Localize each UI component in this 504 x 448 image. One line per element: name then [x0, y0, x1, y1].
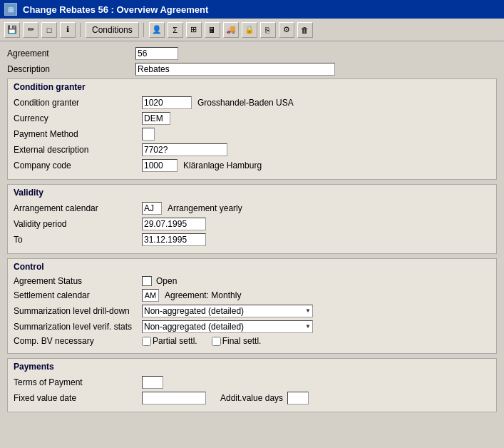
addit-label: Addit.value days: [220, 393, 283, 403]
status-text: Open: [156, 276, 177, 286]
info-button[interactable]: ℹ: [60, 22, 76, 38]
person-button[interactable]: 👤: [149, 22, 165, 38]
conditions-button[interactable]: Conditions: [86, 22, 139, 38]
window-icon: □: [47, 26, 52, 34]
edit-button[interactable]: ✏: [23, 22, 38, 38]
period-label: Validity period: [14, 219, 142, 229]
sigma-icon: Σ: [173, 26, 178, 34]
lock-button[interactable]: 🔒: [242, 22, 257, 38]
grid-icon: ⊞: [190, 25, 197, 34]
summ-drill-row: Summarization level drill-down Non-aggre…: [14, 305, 490, 317]
control-title: Control: [14, 262, 490, 273]
period-input[interactable]: [142, 218, 206, 230]
terms-label: Terms of Payment: [14, 377, 142, 387]
settlement-code: AM: [142, 289, 159, 302]
main-content: Agreement Description Condition granter …: [0, 41, 504, 422]
payments-title: Payments: [14, 362, 490, 373]
agreement-row: Agreement: [7, 47, 497, 60]
company-row: Company code Kläranlage Hamburg: [14, 159, 490, 172]
settings-icon: ⚙: [283, 25, 290, 34]
window-button[interactable]: □: [41, 22, 57, 38]
separator-2: [143, 23, 145, 37]
summ-verif-label: Summarization level verif. stats: [14, 322, 142, 332]
calendar-code-input[interactable]: [142, 202, 162, 215]
fixed-date-row: Fixed value date Addit.value days: [14, 392, 490, 404]
summ-verif-row: Summarization level verif. stats Non-agg…: [14, 320, 490, 333]
sigma-button[interactable]: Σ: [168, 22, 183, 38]
description-input[interactable]: [135, 63, 335, 76]
settings-button[interactable]: ⚙: [279, 22, 294, 38]
calendar-row: Arrangement calendar Arrangement yearly: [14, 202, 490, 215]
grid-button[interactable]: ⊞: [186, 22, 202, 38]
save-icon: 💾: [7, 25, 17, 34]
to-label: To: [14, 235, 142, 245]
company-input[interactable]: [142, 159, 178, 172]
payment-input[interactable]: [142, 128, 155, 141]
control-section: Control Agreement Status Open Settlement…: [7, 258, 497, 354]
currency-input[interactable]: [142, 112, 170, 125]
info-icon: ℹ: [66, 25, 69, 34]
payment-label: Payment Method: [14, 129, 142, 139]
calendar-name: Arrangement yearly: [168, 203, 242, 213]
separator-1: [80, 23, 81, 37]
summ-verif-select[interactable]: Non-aggregated (detailed) Aggregated: [142, 320, 313, 333]
description-row: Description: [7, 63, 497, 76]
to-row: To: [14, 233, 490, 246]
partial-label: Partial settl.: [153, 336, 197, 346]
terms-input[interactable]: [142, 376, 163, 389]
delete-button[interactable]: 🗑: [297, 22, 313, 38]
ext-desc-input[interactable]: [142, 143, 227, 156]
copy-button[interactable]: ⎘: [260, 22, 276, 38]
comp-bv-row: Comp. BV necessary Partial settl. Final …: [14, 336, 490, 346]
company-name: Kläranlage Hamburg: [183, 161, 262, 170]
comp-bv-label: Comp. BV necessary: [14, 336, 142, 346]
summ-drill-label: Summarization level drill-down: [14, 306, 142, 316]
toolbar: 💾 ✏ □ ℹ Conditions 👤 Σ ⊞ 🖩 🚚 🔒 ⎘ ⚙ 🗑: [0, 19, 504, 41]
settlement-row: Settlement calendar AM Agreement: Monthl…: [14, 289, 490, 302]
validity-section: Validity Arrangement calendar Arrangemen…: [7, 184, 497, 254]
final-label: Final settl.: [222, 336, 262, 346]
calendar-label: Arrangement calendar: [14, 203, 142, 213]
granter-name: Grosshandel-Baden USA: [197, 98, 294, 108]
terms-row: Terms of Payment: [14, 376, 490, 389]
agreement-label: Agreement: [7, 49, 135, 58]
granter-label: Condition granter: [14, 98, 142, 108]
granter-input[interactable]: [142, 96, 192, 109]
payment-method-row: Payment Method: [14, 128, 490, 141]
summ-drill-select[interactable]: Non-aggregated (detailed) Aggregated: [142, 305, 313, 317]
condition-granter-section: Condition granter Condition granter Gros…: [7, 78, 497, 180]
company-label: Company code: [14, 161, 142, 170]
summ-drill-wrapper: Non-aggregated (detailed) Aggregated: [142, 305, 313, 317]
fixed-date-input[interactable]: [142, 392, 206, 404]
validity-title: Validity: [14, 188, 490, 199]
status-label: Agreement Status: [14, 276, 142, 286]
status-checkbox[interactable]: [142, 276, 152, 286]
person-icon: 👤: [152, 25, 162, 34]
copy-icon: ⎘: [265, 26, 270, 34]
truck-icon: 🚚: [226, 25, 236, 34]
settlement-label: Settlement calendar: [14, 290, 142, 300]
agreement-input[interactable]: [135, 47, 178, 60]
description-label: Description: [7, 64, 135, 74]
edit-icon: ✏: [28, 25, 34, 34]
addit-input[interactable]: [287, 392, 309, 404]
title-bar: ⊞ Change Rebates 56 : Overview Agreement: [0, 0, 504, 19]
to-input[interactable]: [142, 233, 206, 246]
payments-section: Payments Terms of Payment Fixed value da…: [7, 358, 497, 412]
truck-button[interactable]: 🚚: [223, 22, 239, 38]
ext-desc-row: External description: [14, 143, 490, 156]
summ-verif-wrapper: Non-aggregated (detailed) Aggregated: [142, 320, 313, 333]
final-checkbox[interactable]: [212, 337, 221, 346]
granter-row: Condition granter Grosshandel-Baden USA: [14, 96, 490, 109]
title-icon: ⊞: [4, 3, 17, 16]
save-button[interactable]: 💾: [4, 22, 20, 38]
window-title: Change Rebates 56 : Overview Agreement: [23, 4, 208, 15]
calc-button[interactable]: 🖩: [205, 22, 220, 38]
period-row: Validity period: [14, 218, 490, 230]
fixed-date-label: Fixed value date: [14, 393, 142, 403]
settlement-name: Agreement: Monthly: [165, 290, 241, 300]
calc-icon: 🖩: [208, 26, 216, 34]
delete-icon: 🗑: [301, 26, 309, 34]
ext-desc-label: External description: [14, 145, 142, 155]
partial-checkbox[interactable]: [142, 337, 151, 346]
